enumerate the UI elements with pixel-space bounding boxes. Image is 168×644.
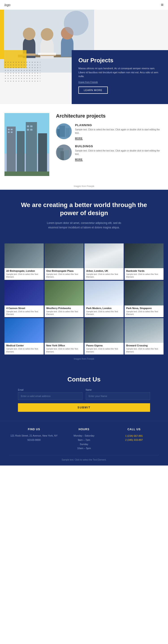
- planning-content: PLANNING Sample text. Click to select th…: [75, 124, 164, 140]
- project-cell-7[interactable]: Park Modern, London Sample text. Click t…: [84, 281, 124, 317]
- svg-rect-20: [17, 131, 25, 176]
- svg-point-6: [41, 28, 53, 41]
- svg-rect-19: [7, 126, 16, 176]
- contact-title: Contact Us: [18, 376, 150, 383]
- project-desc-12: Sample text. Click to select the Text El…: [126, 348, 162, 353]
- svg-point-14: [64, 11, 88, 36]
- svg-rect-31: [4, 172, 49, 176]
- project-cell-9[interactable]: Medical Center Sample text. Click to sel…: [4, 318, 44, 354]
- project-desc-2: Sample text. Click to select the Text El…: [46, 273, 82, 278]
- project-name-1: 22 Bishopsgate, London: [6, 270, 42, 272]
- footer-find-us: FIND US 121 Rock Street, 21 Avenue, New …: [9, 428, 59, 450]
- svg-rect-7: [40, 45, 54, 59]
- dots-pattern: [4, 61, 40, 82]
- project-grid-row-2: 4 Cannon Street Sample text. Click to se…: [4, 281, 164, 317]
- planning-description: Sample text. Click to select the text bo…: [75, 128, 164, 135]
- project-desc-4: Sample text. Click to select the Text El…: [126, 273, 162, 278]
- project-cell-12[interactable]: Broward Crossing Sample text. Click to s…: [125, 318, 164, 354]
- footer-call-us: CALL US 1 (234) 567-891 2 (345) 333-897: [109, 428, 159, 450]
- project-desc-10: Sample text. Click to select the Text El…: [46, 348, 82, 353]
- project-desc-5: Sample text. Click to select the Text El…: [6, 310, 42, 316]
- project-name-8: Park Nova, Singapore: [126, 307, 162, 310]
- project-desc-11: Sample text. Click to select the Text El…: [86, 348, 122, 353]
- contact-form: Email Name: [18, 389, 150, 400]
- learn-more-button[interactable]: LEARN MORE: [79, 86, 108, 94]
- arch-item-buildings: BUILDINGS Sample text. Click to select t…: [56, 144, 164, 161]
- name-input[interactable]: [86, 392, 150, 400]
- project-grid-row-1: 22 Bishopsgate, London Sample text. Clic…: [4, 244, 164, 280]
- project-cell-1[interactable]: 22 Bishopsgate, London Sample text. Clic…: [4, 244, 44, 280]
- project-desc-8: Sample text. Click to select the Text El…: [126, 310, 162, 316]
- blue-section: We are creating a better world through t…: [0, 190, 168, 244]
- arch-image-credit: Images from Freepik: [0, 185, 168, 190]
- hours-title: HOURS: [59, 428, 109, 431]
- hours-sunday-time: 10am – 5pm: [59, 446, 109, 450]
- footer-hours: HOURS Monday - Saturday 9am – 7pm Sunday…: [59, 428, 109, 450]
- email-label: Email: [18, 389, 83, 391]
- buildings-title: BUILDINGS: [75, 144, 164, 148]
- buildings-thumbnail: [56, 144, 72, 160]
- svg-rect-25: [8, 132, 10, 133]
- buildings-content: BUILDINGS Sample text. Click to select t…: [75, 144, 164, 161]
- name-label: Name: [86, 389, 150, 391]
- buildings-more-link[interactable]: MORE: [75, 158, 83, 161]
- email-form-group: Email: [18, 389, 83, 400]
- email-input[interactable]: [18, 392, 83, 400]
- svg-rect-27: [27, 126, 29, 127]
- blue-section-title: We are creating a better world through t…: [18, 201, 150, 217]
- project-name-4: Bankside Yards: [126, 270, 162, 272]
- submit-button[interactable]: SUBMIT: [18, 403, 150, 412]
- planning-more-link[interactable]: MORE: [75, 137, 83, 140]
- project-cell-3[interactable]: Arbor, London, UK Sample text. Click to …: [84, 244, 124, 280]
- architecture-section: Architecture projects PLANNING Sample te…: [0, 104, 168, 185]
- arch-content-right: Architecture projects PLANNING Sample te…: [56, 113, 164, 176]
- project-cell-8[interactable]: Park Nova, Singapore Sample text. Click …: [125, 281, 164, 317]
- hero-title: Our Projects: [79, 57, 161, 64]
- project-name-2: One Bishopsgate Plaza: [46, 270, 82, 272]
- blue-section-subtitle: Lorem ipsum dolor sit amet, consectetur …: [46, 221, 122, 230]
- hero-section: Our Projects Massa ultrices mi quis hend…: [0, 10, 168, 104]
- project-cell-11[interactable]: Paseo Gigena Sample text. Click to selec…: [84, 318, 124, 354]
- project-cell-4[interactable]: Bankside Yards Sample text. Click to sel…: [125, 244, 164, 280]
- project-desc-9: Sample text. Click to select the Text El…: [6, 348, 42, 353]
- hero-description: Massa ultrices mi quis hendrerit. Ac ut …: [79, 66, 161, 78]
- project-grid-row-3: Medical Center Sample text. Click to sel…: [4, 318, 164, 354]
- svg-rect-28: [30, 126, 32, 127]
- hours-weekdays-time: 9am – 7pm: [59, 438, 109, 442]
- project-desc-3: Sample text. Click to select the Text El…: [86, 273, 122, 278]
- project-cell-5[interactable]: 4 Cannon Street Sample text. Click to se…: [4, 281, 44, 317]
- project-desc-1: Sample text. Click to select the Text El…: [6, 273, 42, 278]
- svg-rect-30: [30, 129, 32, 130]
- project-name-12: Broward Crossing: [126, 344, 162, 347]
- arch-main-image: [4, 113, 49, 176]
- footer: FIND US 121 Rock Street, 21 Avenue, New …: [0, 421, 168, 466]
- hero-info-box: Our Projects Massa ultrices mi quis hend…: [72, 50, 168, 104]
- project-name-6: Westferry Printworks: [46, 307, 82, 310]
- project-cell-10[interactable]: New York Office Sample text. Click to se…: [45, 318, 84, 354]
- image-credit-link[interactable]: Image from Freepik: [79, 81, 98, 84]
- project-cell-2[interactable]: One Bishopsgate Plaza Sample text. Click…: [45, 244, 84, 280]
- svg-rect-22: [38, 133, 47, 176]
- svg-rect-16: [4, 61, 40, 82]
- phone-1-link[interactable]: 1 (234) 567-891: [125, 434, 143, 437]
- svg-rect-23: [8, 129, 10, 130]
- svg-rect-26: [11, 132, 12, 133]
- project-desc-7: Sample text. Click to select the Text El…: [86, 310, 122, 316]
- project-name-3: Arbor, London, UK: [86, 270, 122, 272]
- svg-rect-24: [11, 129, 12, 130]
- project-name-11: Paseo Gigena: [86, 344, 122, 347]
- contact-section: Contact Us Email Name SUBMIT: [0, 367, 168, 421]
- project-name-5: 4 Cannon Street: [6, 307, 42, 310]
- grid-image-credit: Images from Freepik: [4, 356, 164, 364]
- svg-point-3: [23, 28, 35, 40]
- svg-rect-29: [27, 129, 29, 130]
- planning-thumbnail: [56, 124, 72, 139]
- phone-2-link[interactable]: 2 (345) 333-897: [125, 438, 143, 441]
- project-name-7: Park Modern, London: [86, 307, 122, 310]
- logo: logo: [4, 3, 10, 7]
- name-form-group: Name: [86, 389, 150, 400]
- project-cell-6[interactable]: Westferry Printworks Sample text. Click …: [45, 281, 84, 317]
- hamburger-menu-icon[interactable]: ≡: [161, 2, 164, 8]
- footer-bottom-text: Sample text. Click to select the Text El…: [9, 455, 159, 461]
- find-us-title: FIND US: [9, 428, 59, 431]
